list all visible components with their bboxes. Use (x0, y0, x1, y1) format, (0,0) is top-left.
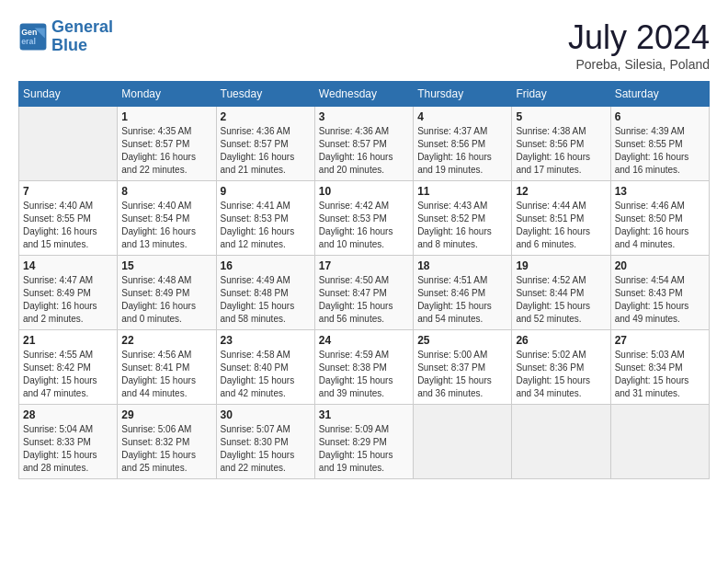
day-cell: 20Sunrise: 4:54 AM Sunset: 8:43 PM Dayli… (610, 256, 709, 330)
day-cell: 7Sunrise: 4:40 AM Sunset: 8:55 PM Daylig… (19, 181, 118, 256)
day-number: 9 (221, 185, 311, 198)
logo: Gen eral General Blue (18, 18, 113, 55)
day-cell (610, 405, 709, 479)
day-cell: 3Sunrise: 4:36 AM Sunset: 8:57 PM Daylig… (314, 107, 413, 181)
day-cell: 18Sunrise: 4:51 AM Sunset: 8:46 PM Dayli… (414, 256, 512, 330)
day-info: Sunrise: 4:44 AM Sunset: 8:51 PM Dayligh… (516, 200, 606, 251)
col-header-thursday: Thursday (414, 82, 512, 107)
col-header-sunday: Sunday (19, 82, 118, 107)
day-number: 30 (221, 408, 311, 421)
day-cell: 22Sunrise: 4:56 AM Sunset: 8:41 PM Dayli… (118, 330, 216, 405)
day-info: Sunrise: 4:36 AM Sunset: 8:57 PM Dayligh… (319, 125, 409, 177)
day-number: 23 (221, 334, 311, 347)
day-cell: 23Sunrise: 4:58 AM Sunset: 8:40 PM Dayli… (216, 330, 314, 405)
day-info: Sunrise: 4:48 AM Sunset: 8:49 PM Dayligh… (121, 274, 211, 326)
day-cell: 30Sunrise: 5:07 AM Sunset: 8:30 PM Dayli… (216, 405, 314, 479)
page-header: Gen eral General Blue July 2024 Poreba, … (18, 18, 710, 72)
day-number: 16 (221, 259, 311, 272)
day-info: Sunrise: 5:09 AM Sunset: 8:29 PM Dayligh… (319, 423, 409, 475)
day-cell: 15Sunrise: 4:48 AM Sunset: 8:49 PM Dayli… (118, 256, 216, 330)
day-number: 15 (121, 259, 211, 272)
day-number: 10 (319, 185, 409, 198)
calendar-table: SundayMondayTuesdayWednesdayThursdayFrid… (18, 81, 710, 479)
day-info: Sunrise: 5:02 AM Sunset: 8:36 PM Dayligh… (516, 349, 606, 400)
day-info: Sunrise: 4:43 AM Sunset: 8:52 PM Dayligh… (417, 200, 507, 251)
col-header-tuesday: Tuesday (216, 82, 314, 107)
day-cell (19, 107, 118, 181)
day-cell: 14Sunrise: 4:47 AM Sunset: 8:49 PM Dayli… (19, 256, 118, 330)
day-info: Sunrise: 4:42 AM Sunset: 8:53 PM Dayligh… (319, 200, 409, 251)
day-cell: 19Sunrise: 4:52 AM Sunset: 8:44 PM Dayli… (512, 256, 610, 330)
day-number: 3 (319, 110, 409, 123)
day-cell: 11Sunrise: 4:43 AM Sunset: 8:52 PM Dayli… (414, 181, 512, 256)
day-info: Sunrise: 4:40 AM Sunset: 8:54 PM Dayligh… (121, 200, 211, 251)
col-header-friday: Friday (512, 82, 610, 107)
day-cell: 12Sunrise: 4:44 AM Sunset: 8:51 PM Dayli… (512, 181, 610, 256)
week-row-4: 21Sunrise: 4:55 AM Sunset: 8:42 PM Dayli… (19, 330, 710, 405)
col-header-saturday: Saturday (610, 82, 709, 107)
day-number: 26 (516, 334, 606, 347)
day-number: 8 (121, 185, 211, 198)
day-number: 5 (516, 110, 606, 123)
day-number: 7 (23, 185, 113, 198)
week-row-2: 7Sunrise: 4:40 AM Sunset: 8:55 PM Daylig… (19, 181, 710, 256)
week-row-1: 1Sunrise: 4:35 AM Sunset: 8:57 PM Daylig… (19, 107, 710, 181)
day-info: Sunrise: 4:58 AM Sunset: 8:40 PM Dayligh… (221, 349, 311, 400)
day-info: Sunrise: 5:03 AM Sunset: 8:34 PM Dayligh… (615, 349, 705, 400)
day-info: Sunrise: 4:47 AM Sunset: 8:49 PM Dayligh… (23, 274, 113, 326)
day-info: Sunrise: 4:40 AM Sunset: 8:55 PM Dayligh… (23, 200, 113, 251)
day-info: Sunrise: 4:59 AM Sunset: 8:38 PM Dayligh… (319, 349, 409, 400)
day-cell (414, 405, 512, 479)
day-info: Sunrise: 4:51 AM Sunset: 8:46 PM Dayligh… (417, 274, 507, 326)
day-cell: 16Sunrise: 4:49 AM Sunset: 8:48 PM Dayli… (216, 256, 314, 330)
day-number: 1 (121, 110, 211, 123)
week-row-3: 14Sunrise: 4:47 AM Sunset: 8:49 PM Dayli… (19, 256, 710, 330)
day-info: Sunrise: 4:35 AM Sunset: 8:57 PM Dayligh… (121, 125, 211, 177)
col-header-monday: Monday (118, 82, 216, 107)
svg-text:Gen: Gen (21, 28, 37, 37)
day-info: Sunrise: 4:55 AM Sunset: 8:42 PM Dayligh… (23, 349, 113, 400)
day-info: Sunrise: 5:00 AM Sunset: 8:37 PM Dayligh… (417, 349, 507, 400)
week-row-5: 28Sunrise: 5:04 AM Sunset: 8:33 PM Dayli… (19, 405, 710, 479)
day-cell: 10Sunrise: 4:42 AM Sunset: 8:53 PM Dayli… (314, 181, 413, 256)
day-cell: 13Sunrise: 4:46 AM Sunset: 8:50 PM Dayli… (610, 181, 709, 256)
day-info: Sunrise: 4:38 AM Sunset: 8:56 PM Dayligh… (516, 125, 606, 177)
day-cell: 8Sunrise: 4:40 AM Sunset: 8:54 PM Daylig… (118, 181, 216, 256)
day-number: 19 (516, 259, 606, 272)
day-cell: 29Sunrise: 5:06 AM Sunset: 8:32 PM Dayli… (118, 405, 216, 479)
svg-text:eral: eral (21, 37, 36, 46)
day-info: Sunrise: 5:04 AM Sunset: 8:33 PM Dayligh… (23, 423, 113, 475)
day-number: 17 (319, 259, 409, 272)
day-number: 18 (417, 259, 507, 272)
day-cell: 31Sunrise: 5:09 AM Sunset: 8:29 PM Dayli… (314, 405, 413, 479)
day-number: 25 (417, 334, 507, 347)
day-number: 24 (319, 334, 409, 347)
day-info: Sunrise: 5:07 AM Sunset: 8:30 PM Dayligh… (221, 423, 311, 475)
day-number: 12 (516, 185, 606, 198)
day-number: 31 (319, 408, 409, 421)
day-info: Sunrise: 4:56 AM Sunset: 8:41 PM Dayligh… (121, 349, 211, 400)
day-cell: 2Sunrise: 4:36 AM Sunset: 8:57 PM Daylig… (216, 107, 314, 181)
day-info: Sunrise: 5:06 AM Sunset: 8:32 PM Dayligh… (121, 423, 211, 475)
day-cell: 25Sunrise: 5:00 AM Sunset: 8:37 PM Dayli… (414, 330, 512, 405)
day-info: Sunrise: 4:52 AM Sunset: 8:44 PM Dayligh… (516, 274, 606, 326)
day-cell: 24Sunrise: 4:59 AM Sunset: 8:38 PM Dayli… (314, 330, 413, 405)
title-block: July 2024 Poreba, Silesia, Poland (568, 18, 710, 72)
day-cell: 28Sunrise: 5:04 AM Sunset: 8:33 PM Dayli… (19, 405, 118, 479)
day-info: Sunrise: 4:39 AM Sunset: 8:55 PM Dayligh… (615, 125, 705, 177)
day-number: 6 (615, 110, 705, 123)
day-cell: 4Sunrise: 4:37 AM Sunset: 8:56 PM Daylig… (414, 107, 512, 181)
day-cell: 1Sunrise: 4:35 AM Sunset: 8:57 PM Daylig… (118, 107, 216, 181)
logo-icon: Gen eral (18, 22, 48, 52)
day-cell (512, 405, 610, 479)
day-info: Sunrise: 4:54 AM Sunset: 8:43 PM Dayligh… (615, 274, 705, 326)
day-info: Sunrise: 4:41 AM Sunset: 8:53 PM Dayligh… (221, 200, 311, 251)
day-number: 20 (615, 259, 705, 272)
day-number: 11 (417, 185, 507, 198)
col-header-wednesday: Wednesday (314, 82, 413, 107)
logo-line2: Blue (51, 36, 87, 54)
day-number: 27 (615, 334, 705, 347)
day-cell: 27Sunrise: 5:03 AM Sunset: 8:34 PM Dayli… (610, 330, 709, 405)
day-number: 21 (23, 334, 113, 347)
month-title: July 2024 (568, 18, 710, 57)
